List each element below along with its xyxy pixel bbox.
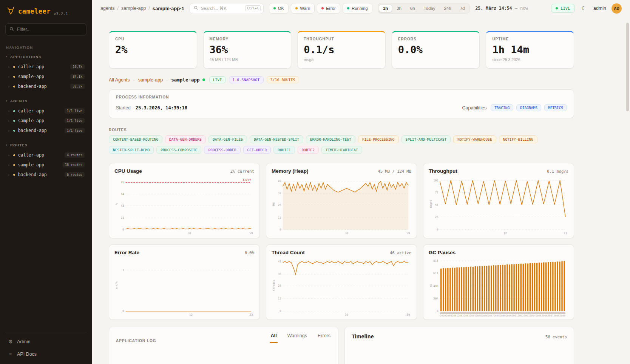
svg-text:21: 21 [121,216,124,220]
agent-badge[interactable]: LIVE [209,76,226,83]
svg-text:0: 0 [279,309,281,313]
route-chip[interactable]: ROUTE1 [273,146,295,154]
global-search[interactable]: Ctrl+K [190,3,264,14]
route-chip[interactable]: DATA-GEN-FILES [208,135,247,143]
agent-badge[interactable]: 3/16 ROUTES [267,76,299,83]
sidebar-item-application[interactable]: › sample-app 84.1k [5,72,87,81]
capability-badge[interactable]: METRICS [544,104,567,111]
status-dot-icon [13,76,15,78]
vertical-scrollbar[interactable] [626,23,629,111]
status-filter-chip[interactable]: OK [269,3,289,14]
sidebar-item-admin[interactable]: ⚙ Admin [5,336,87,347]
sidebar-item-agent[interactable]: › sample-app 1/1 live [5,116,87,126]
chart-title: GC Pauses [429,250,456,255]
api-docs-label: API Docs [17,352,37,357]
current-agent-name: sample-app [171,77,199,83]
top-bar: agents / sample-app / sample-app-1 Ctrl+… [92,0,630,17]
chevron-right-icon: › [8,65,10,69]
stat-subtext: msg/s [304,57,379,62]
breadcrumb-current: sample-app-1 [153,6,184,11]
sidebar-filter[interactable] [5,23,87,35]
application-log-card: APPLICATION LOG All Warnings Errors [109,327,338,364]
svg-text:26: 26 [435,215,439,219]
status-filter-chip[interactable]: Running [343,3,372,14]
route-chip[interactable]: NOTIFY-WAREHOUSE [453,135,496,143]
sidebar-item-route[interactable]: › caller-app 4 routes [5,150,87,160]
chart-card: Throughput 0.1 msg/s 02651771021223msg/s [423,163,574,238]
application-log-heading: APPLICATION LOG [116,339,156,343]
timeline-event-count: 50 events [545,335,567,339]
svg-text:204: 204 [433,297,439,300]
sidebar-item-route[interactable]: › backend-app 6 routes [5,170,87,180]
chart-current-value: 46 active [390,250,411,255]
time-range-button[interactable]: 3h [392,4,406,12]
route-chip[interactable]: NESTED-SPLIT-DEMO [109,146,154,154]
svg-text:0: 0 [122,309,124,313]
log-tab[interactable]: Warnings [287,333,308,343]
live-dot-icon [556,7,558,9]
chart-plot: 0214364853059%Alert [114,175,254,236]
sidebar-item-application[interactable]: › caller-app 10.7k [5,62,87,72]
agent-badge[interactable]: 1.0-SNAPSHOT [229,76,264,83]
svg-text:202020802081208220832084208520: 2020208020812082208320842085208620872088… [440,314,566,317]
time-range-button[interactable]: Today [420,4,440,12]
filter-input[interactable] [17,27,83,32]
route-chip[interactable]: DATA-GEN-NESTED-SPLIT [250,135,303,143]
time-range-button[interactable]: 1h [379,4,392,12]
status-filter-chip[interactable]: Warn [291,3,315,14]
sidebar-item-agent[interactable]: › backend-app 1/1 live [5,126,87,135]
dark-mode-toggle[interactable]: ☾ [580,4,588,12]
route-chip[interactable]: NOTIFY-BILLING [499,135,537,143]
date-suffix: — now [515,6,528,11]
agent-status-dot-icon [202,78,205,81]
route-chip[interactable]: TIMER-HEARTBEAT [321,146,362,154]
svg-text:err/h: err/h [115,281,118,289]
route-chip[interactable]: PROCESS-COMPOSITE [156,146,201,154]
chart-current-value: 0.0% [245,250,254,255]
sidebar-item-api-docs[interactable]: ≡ API Docs [5,349,87,359]
sidebar-item-route[interactable]: › sample-app 16 routes [5,160,87,170]
chevron-right-icon: › [8,109,10,113]
svg-text:47: 47 [278,260,281,263]
live-indicator[interactable]: LIVE [551,4,574,13]
status-filter-label: OK [278,6,284,11]
status-filter-chip[interactable]: Error [317,3,340,14]
app-logo[interactable]: cameleer v3.2.1 [5,5,87,23]
svg-text:815: 815 [433,259,438,263]
route-chip[interactable]: ERROR-HANDLING-TEST [306,135,355,143]
route-chip[interactable]: SPLIT-AND-MULTICAST [401,135,451,143]
sidebar-item-badge: 10.7k [70,64,85,69]
capability-badge[interactable]: TRACING [491,104,513,111]
log-tab[interactable]: All [270,333,278,343]
status-filter-label: Warn [300,6,310,11]
all-agents-link[interactable]: All Agents [109,77,130,83]
route-chip[interactable]: PROCESS-ORDER [204,146,240,154]
capability-badge[interactable]: DIAGRAMS [516,104,541,111]
time-range-button[interactable]: 7d [456,4,469,12]
route-chip[interactable]: CONTENT-BASED-ROUTING [109,135,162,143]
log-tab[interactable]: Errors [317,333,331,343]
avatar[interactable]: AD [611,3,622,14]
svg-text:23: 23 [250,313,253,316]
nav-heading: NAVIGATION [6,45,86,49]
route-chip[interactable]: FILE-PROCESSING [358,135,399,143]
breadcrumb-sample-app[interactable]: sample-app [121,6,146,11]
sidebar-item-badge: 1/1 live [65,108,85,114]
route-chip[interactable]: DATA-GEN-ORDERS [165,135,206,143]
sidebar-item-application[interactable]: › backend-app 32.2k [5,81,87,91]
chart-title: Memory (Heap) [272,168,309,174]
stat-value: 0.1/s [304,44,379,55]
time-range-button[interactable]: 6h [406,4,419,12]
time-range-button[interactable]: 24h [440,4,455,12]
route-chip[interactable]: GET-ORDER [243,146,271,154]
chart-plot: 0122537493059MB [272,175,411,236]
breadcrumb-agents[interactable]: agents [100,6,115,11]
chart-current-value: 2% current [230,169,254,174]
section-bullet-icon [6,144,7,146]
sidebar-item-agent[interactable]: › caller-app 1/1 live [5,106,87,116]
search-input[interactable] [201,6,242,11]
sidebar-item-label: backend-app [18,84,68,89]
route-chip[interactable]: ROUTE2 [298,146,319,154]
sample-app-link[interactable]: sample-app [138,77,163,83]
sidebar-item-badge: 84.1k [70,74,85,79]
